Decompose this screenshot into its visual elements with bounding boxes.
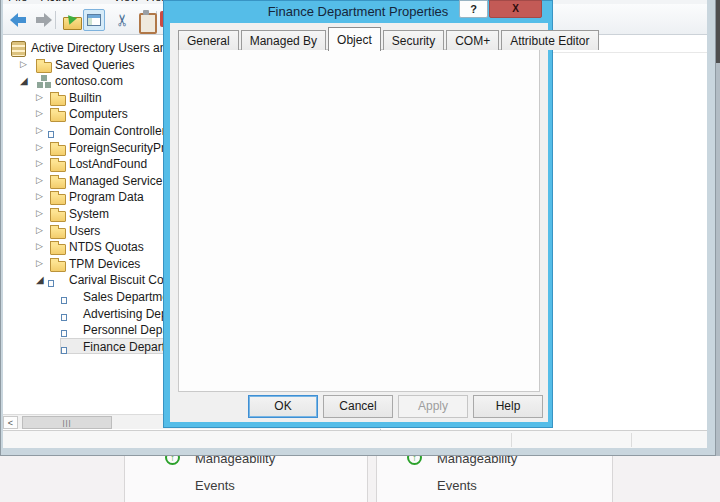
folder-icon <box>50 240 67 254</box>
tab-com-[interactable]: COM+ <box>446 30 499 50</box>
screen: Manageability↑EventsManageability↑Events… <box>0 0 720 502</box>
ok-button[interactable]: OK <box>248 395 318 418</box>
dialog-tabs: GeneralManaged ByObjectSecurityCOM+Attri… <box>178 26 601 50</box>
object-tab-page <box>178 49 540 392</box>
apply-button: Apply <box>398 395 468 418</box>
up-one-level-icon[interactable] <box>61 9 83 31</box>
tree-item-label: contoso.com <box>55 74 123 88</box>
properties-dialog: Finance Department Properties ? X Genera… <box>163 0 553 428</box>
tab-general[interactable]: General <box>178 30 239 50</box>
folder-icon <box>50 107 67 121</box>
tile-row-events[interactable]: Events <box>195 478 235 493</box>
tab-object[interactable]: Object <box>328 27 381 51</box>
ou-badge <box>61 347 67 354</box>
tree-item-label: Program Data <box>69 190 144 204</box>
collapsed-arrow-icon[interactable]: ▷ <box>36 92 43 102</box>
ou-badge <box>61 330 67 337</box>
help-button[interactable]: Help <box>473 395 543 418</box>
collapsed-arrow-icon[interactable]: ▷ <box>36 142 43 152</box>
folder-icon <box>50 257 67 271</box>
ou-badge <box>61 297 67 304</box>
ou-badge <box>48 131 54 138</box>
folder-icon <box>50 174 67 188</box>
scroll-left-button[interactable]: < <box>3 416 18 429</box>
ou-icon <box>63 340 80 354</box>
status-bar <box>3 430 707 448</box>
tab-security[interactable]: Security <box>383 30 444 50</box>
tree-item-label: Computers <box>69 107 128 121</box>
collapsed-arrow-icon[interactable]: ▷ <box>36 108 43 118</box>
root-icon <box>11 41 28 55</box>
collapsed-arrow-icon[interactable]: ▷ <box>36 208 43 218</box>
tree-item-label: Builtin <box>69 91 102 105</box>
folder-icon <box>50 207 67 221</box>
cut-icon[interactable]: ✂ <box>113 9 135 31</box>
domain-icon <box>36 74 53 88</box>
tab-managed-by[interactable]: Managed By <box>241 30 326 50</box>
tree-item-label: Domain Controllers <box>69 124 172 138</box>
tree-item-label: NTDS Quotas <box>69 240 144 254</box>
tree-item-label: LostAndFound <box>69 157 147 171</box>
dialog-help-icon[interactable]: ? <box>459 0 488 18</box>
tree-item-label: Saved Queries <box>55 58 134 72</box>
folder-icon <box>50 224 67 238</box>
collapsed-arrow-icon[interactable]: ▷ <box>36 225 43 235</box>
folder-icon <box>50 141 67 155</box>
tile-row-events[interactable]: Events <box>437 478 477 493</box>
collapsed-arrow-icon[interactable]: ▷ <box>36 175 43 185</box>
paste-icon[interactable] <box>135 9 157 31</box>
collapsed-arrow-icon[interactable]: ▷ <box>36 258 43 268</box>
collapsed-arrow-icon[interactable]: ▷ <box>36 241 43 251</box>
folder-icon <box>50 157 67 171</box>
expanded-arrow-icon[interactable]: ◢ <box>20 75 28 86</box>
cancel-button[interactable]: Cancel <box>323 395 393 418</box>
back-icon[interactable] <box>9 9 31 31</box>
ou-badge <box>48 280 54 287</box>
collapsed-arrow-icon[interactable]: ▷ <box>36 125 43 135</box>
collapsed-arrow-icon[interactable]: ▷ <box>36 191 43 201</box>
status-bar-divider <box>631 433 632 447</box>
folder-icon <box>50 91 67 105</box>
expanded-arrow-icon[interactable]: ◢ <box>36 274 44 285</box>
console-tree-toggle-icon[interactable] <box>83 9 105 31</box>
ou-icon <box>63 307 80 321</box>
collapsed-arrow-icon[interactable]: ▷ <box>20 59 27 69</box>
scrollbar-thumb[interactable]: ||| <box>22 416 112 429</box>
tab-attribute-editor[interactable]: Attribute Editor <box>501 30 598 50</box>
close-icon[interactable]: X <box>489 0 542 18</box>
status-bar-divider <box>511 433 512 447</box>
ou-icon <box>50 273 67 287</box>
ou-icon <box>63 323 80 337</box>
console-tree-toggle-icon-glyph <box>87 14 101 26</box>
ou-icon <box>50 124 67 138</box>
tree-item-label: TPM Devices <box>69 257 140 271</box>
ou-icon <box>63 290 80 304</box>
tree-item-label: Carival Biscuit Co. <box>69 273 167 287</box>
collapsed-arrow-icon[interactable]: ▷ <box>36 158 43 168</box>
folder-icon <box>36 58 53 72</box>
folder-icon <box>50 190 67 204</box>
tree-item-label: System <box>69 207 109 221</box>
tree-item-label: Users <box>69 224 100 238</box>
ou-badge <box>61 314 67 321</box>
forward-icon[interactable] <box>31 9 53 31</box>
toolbar-separator <box>55 11 56 29</box>
